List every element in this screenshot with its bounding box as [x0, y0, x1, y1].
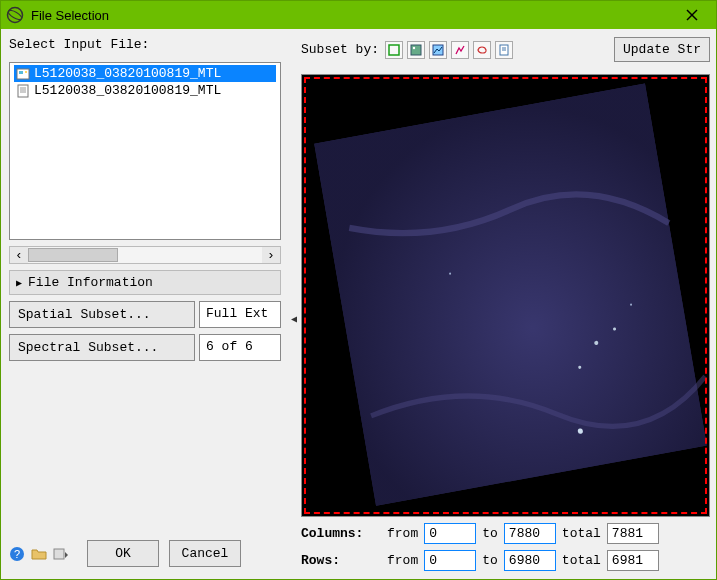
svg-rect-7	[18, 85, 28, 97]
spectral-subset-value: 6 of 6	[199, 334, 281, 361]
meta-file-icon	[16, 84, 30, 98]
close-icon	[686, 9, 698, 21]
ok-button[interactable]: OK	[87, 540, 159, 567]
subset-vector-icon[interactable]	[451, 41, 469, 59]
close-button[interactable]	[672, 3, 712, 27]
columns-from-input[interactable]	[424, 523, 476, 544]
rows-to-input[interactable]	[504, 550, 556, 571]
subset-map-icon[interactable]	[429, 41, 447, 59]
svg-rect-23	[314, 84, 707, 506]
svg-rect-5	[19, 71, 23, 74]
columns-total-value: 7881	[607, 523, 659, 544]
scroll-track[interactable]	[28, 247, 262, 263]
spatial-subset-button[interactable]: Spatial Subset...	[9, 301, 195, 328]
file-information-label: File Information	[28, 275, 153, 290]
pane-collapse-handle[interactable]: ◀	[289, 309, 299, 329]
columns-row: Columns: from to total 7881	[301, 523, 710, 544]
bottom-toolbar: ? OK Cancel	[9, 536, 287, 571]
subset-roi-icon[interactable]	[473, 41, 491, 59]
svg-point-6	[25, 71, 27, 73]
from-label: from	[387, 553, 418, 568]
file-item[interactable]: L5120038_03820100819_MTL	[14, 82, 276, 99]
spectral-subset-button[interactable]: Spectral Subset...	[9, 334, 195, 361]
svg-rect-13	[54, 549, 64, 559]
window-body: Select Input File: L5120038_03820100819_…	[1, 29, 716, 579]
total-label: total	[562, 553, 601, 568]
svg-rect-15	[411, 45, 421, 55]
settings-dropdown-icon[interactable]	[53, 546, 69, 562]
help-icon[interactable]: ?	[9, 546, 25, 562]
file-list[interactable]: L5120038_03820100819_MTL L5120038_038201…	[9, 62, 281, 240]
file-selection-window: File Selection Select Input File: L51200…	[0, 0, 717, 580]
svg-text:?: ?	[14, 548, 20, 560]
scroll-left-icon[interactable]: ‹	[10, 247, 28, 263]
subset-file-icon[interactable]	[495, 41, 513, 59]
folder-icon[interactable]	[31, 546, 47, 562]
left-pane: Select Input File: L5120038_03820100819_…	[1, 29, 295, 579]
file-information-header[interactable]: ▶ File Information	[9, 270, 281, 295]
update-button[interactable]: Update Str	[614, 37, 710, 62]
expand-right-icon: ▶	[16, 277, 22, 289]
svg-rect-14	[389, 45, 399, 55]
cancel-button[interactable]: Cancel	[169, 540, 241, 567]
rows-row: Rows: from to total 6981	[301, 550, 710, 571]
subset-image-icon[interactable]	[407, 41, 425, 59]
select-input-label: Select Input File:	[9, 37, 287, 52]
file-item[interactable]: L5120038_03820100819_MTL	[14, 65, 276, 82]
titlebar[interactable]: File Selection	[1, 1, 716, 29]
window-title: File Selection	[31, 8, 672, 23]
scroll-right-icon[interactable]: ›	[262, 247, 280, 263]
subset-full-extent-icon[interactable]	[385, 41, 403, 59]
subset-by-label: Subset by:	[301, 42, 379, 57]
file-name: L5120038_03820100819_MTL	[34, 66, 221, 81]
svg-point-16	[413, 46, 415, 48]
subset-toolbar: Subset by: Update Str	[301, 37, 710, 62]
image-preview[interactable]	[301, 74, 710, 517]
preview-image	[302, 75, 709, 516]
to-label: to	[482, 526, 498, 541]
file-name: L5120038_03820100819_MTL	[34, 83, 221, 98]
spatial-subset-value: Full Ext	[199, 301, 281, 328]
file-list-hscrollbar[interactable]: ‹ ›	[9, 246, 281, 264]
columns-to-input[interactable]	[504, 523, 556, 544]
right-pane: Subset by: Update Str	[295, 29, 716, 579]
rows-from-input[interactable]	[424, 550, 476, 571]
scroll-thumb[interactable]	[28, 248, 118, 262]
to-label: to	[482, 553, 498, 568]
columns-label: Columns:	[301, 526, 381, 541]
app-icon	[5, 5, 25, 25]
rows-total-value: 6981	[607, 550, 659, 571]
total-label: total	[562, 526, 601, 541]
rows-label: Rows:	[301, 553, 381, 568]
from-label: from	[387, 526, 418, 541]
image-file-icon	[16, 67, 30, 81]
